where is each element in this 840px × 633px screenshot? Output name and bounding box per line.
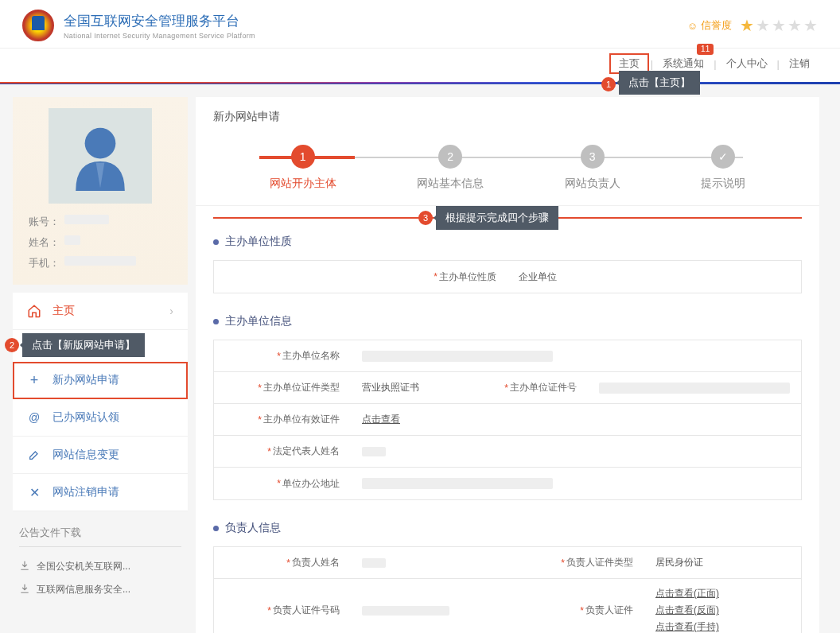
view-cert-hand-link[interactable]: 点击查看(手持) [655,620,719,633]
cert-no-value [588,372,801,403]
download-section: 公告文件下载 全国公安机关互联网... 互联网信息服务安全... [13,511,188,616]
sidebar-item-claim[interactable]: @ 已办网站认领 [13,399,188,437]
site-title-cn: 全国互联网安全管理服务平台 [64,12,255,30]
site-title-block: 全国互联网安全管理服务平台 National Internet Security… [64,12,255,40]
view-cert-link[interactable]: 点击查看 [362,413,400,426]
download-icon [19,583,30,596]
section-header: 主办单位信息 [213,314,802,328]
callout-badge-1: 1 [601,77,616,91]
sidebar-item-change[interactable]: 网站信息变更 [13,437,188,474]
section-unit-info: 主办单位信息 *主办单位名称 *主办单位证件类型 营业执照证书 *主办单位证件号 [196,308,819,515]
view-cert-front-link[interactable]: 点击查看(正面) [655,587,719,600]
red-divider: 3 根据提示完成四个步骤 [213,217,802,219]
section-header: 主办单位性质 [213,235,802,249]
star-icon: ★ [803,16,818,35]
cert-type-value: 营业执照证书 [351,372,451,403]
section-header: 负责人信息 [213,521,802,535]
section-person-info: 负责人信息 *负责人姓名 *负责人证件类型 居民身份证 [196,515,819,633]
user-icon: ☺ [687,20,698,32]
steps-bar: 1 网站开办主体 2 网站基本信息 3 网站负责人 ✓ 提示说明 [196,135,819,206]
form-box: *负责人姓名 *负责人证件类型 居民身份证 *负责人证件号码 [213,546,802,633]
edit-icon [27,448,41,462]
person-name-value [351,547,508,578]
callout-badge-3: 3 [418,211,433,225]
person-cert-type-value: 居民身份证 [644,547,801,578]
layout: 账号： 姓名： 手机： 主页 › 2 点击【新版网站申请】 [0,84,840,633]
nav-notice[interactable]: 系统通知 11 [655,55,712,72]
section-unit-nature: 主办单位性质 *主办单位性质 企业单位 [196,228,819,308]
nav-logout[interactable]: 注销 [781,55,818,72]
download-item-1[interactable]: 全国公安机关互联网... [19,555,181,578]
callout-badge-2: 2 [5,338,19,352]
header: 全国互联网安全管理服务平台 National Internet Security… [0,0,840,49]
sidebar-item-cancel[interactable]: ✕ 网站注销申请 [13,474,188,511]
form-box: *主办单位名称 *主办单位证件类型 营业执照证书 *主办单位证件号 [213,340,802,500]
avatar [49,108,152,204]
star-icon: ★ [740,16,754,35]
callout-2-wrap: 2 点击【新版网站申请】 [13,330,188,362]
sidebar-menu: 主页 › 2 点击【新版网站申请】 + 新办网站申请 @ 已办网站认领 网站信息… [13,293,188,511]
header-right: ☺ 信誉度 ★ ★ ★ ★ ★ [687,16,818,35]
step-1[interactable]: 1 网站开办主体 [270,145,336,191]
home-icon [27,304,41,318]
rating-stars: ★ ★ ★ ★ ★ [740,16,818,35]
step-4[interactable]: ✓ 提示说明 [701,145,745,191]
star-icon: ★ [788,16,802,35]
step-2[interactable]: 2 网站基本信息 [417,145,484,191]
sidebar: 账号： 姓名： 手机： 主页 › 2 点击【新版网站申请】 [0,84,188,633]
nav-user-center[interactable]: 个人中心 [718,55,776,72]
profile-account: 账号： [24,212,177,232]
logo-emblem [22,10,54,41]
callout-3: 根据提示完成四个步骤 [436,206,558,230]
check-icon: ✓ [711,145,735,169]
star-icon: ★ [756,16,770,35]
main-content: 新办网站申请 1 网站开办主体 2 网站基本信息 3 网站负责人 ✓ 提示说明 … [196,97,819,633]
download-icon [19,560,30,573]
star-icon: ★ [772,16,786,35]
sidebar-item-home[interactable]: 主页 › [13,293,188,330]
view-cert-back-link[interactable]: 点击查看(反面) [655,604,719,617]
chevron-right-icon: › [169,305,173,317]
avatar-icon [65,121,135,191]
svg-point-0 [85,128,116,159]
form-row: *主办单位性质 企业单位 [214,261,801,293]
page-title: 新办网站申请 [196,97,819,135]
callout-1: 点击【主页】 [619,71,700,95]
plus-icon: + [27,373,41,387]
site-title-en: National Internet Security Management Se… [64,32,255,40]
profile-card: 账号： 姓名： 手机： [13,97,188,285]
profile-phone: 手机： [24,253,177,274]
callout-2: 点击【新版网站申请】 [22,333,145,357]
top-nav: 主页 | 系统通知 11 | 个人中心 | 注销 1 点击【主页】 [0,49,840,82]
download-item-2[interactable]: 互联网信息服务安全... [19,578,181,601]
legal-name-value [351,436,801,467]
notice-badge: 11 [697,44,714,55]
unit-addr-value [351,468,801,499]
step-3[interactable]: 3 网站负责人 [565,145,620,191]
sidebar-item-apply[interactable]: + 新办网站申请 [13,362,188,399]
person-cert-no-value [351,579,508,633]
at-icon: @ [27,410,41,425]
unit-nature-value: 企业单位 [508,261,801,293]
form-box: *主办单位性质 企业单位 [213,260,802,293]
profile-name: 姓名： [24,232,177,253]
trust-label: ☺ 信誉度 [687,18,732,33]
download-title: 公告文件下载 [19,526,181,547]
unit-name-value [351,340,801,371]
close-icon: ✕ [27,485,41,499]
